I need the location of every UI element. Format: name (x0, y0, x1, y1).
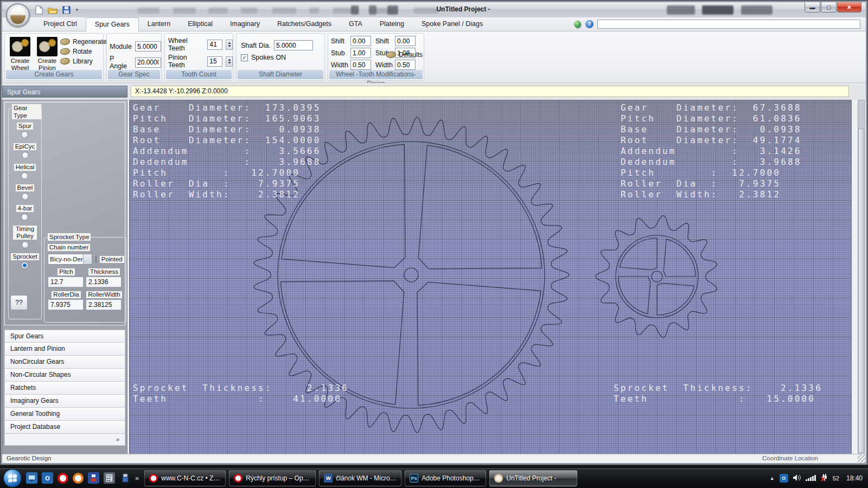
pinion-teeth-spinner[interactable] (226, 56, 233, 67)
tab-elliptical[interactable]: Elliptical (179, 17, 221, 31)
chain-number-combobox[interactable]: Bicy-no-Der (48, 254, 92, 265)
radio-icon[interactable] (22, 152, 29, 159)
tray-expand-icon[interactable]: ▲ (770, 476, 775, 481)
gear-type-option-spur[interactable]: Spur (17, 123, 33, 138)
tab-lantern[interactable]: Lantern (139, 17, 179, 31)
start-button[interactable] (3, 469, 22, 487)
group-create-gears: Create Wheel Create Pinion Regenerate Ro… (4, 33, 104, 81)
regenerate-button[interactable]: Regenerate (60, 38, 107, 46)
close-button[interactable]: ✕ (837, 2, 861, 12)
pinion-teeth-field[interactable] (207, 56, 222, 67)
web-link-icon[interactable] (573, 20, 582, 29)
calculator-icon[interactable] (104, 472, 115, 484)
nav-overflow-chevron[interactable]: » (4, 434, 125, 446)
radio-icon[interactable] (22, 241, 29, 248)
radio-icon[interactable] (22, 193, 29, 200)
tab-ratchets-gadgets[interactable]: Ratchets/Gadgets (269, 17, 340, 31)
roller-dia-field[interactable]: 7.9375 (48, 299, 84, 310)
taskbar-clock[interactable]: 18:40 (846, 474, 863, 482)
opera-icon[interactable] (58, 473, 68, 484)
usb-device-icon[interactable] (119, 472, 131, 484)
wheel-stub-field[interactable] (350, 48, 371, 58)
taskbtn-gearotic[interactable]: UnTitled Project - (489, 470, 577, 486)
radio-icon[interactable] (21, 214, 28, 221)
create-wheel-button[interactable]: Create Wheel (8, 37, 32, 72)
library-icon (60, 58, 70, 65)
gear-type-option-sprocket[interactable]: Sprocket (11, 253, 39, 269)
network-error-icon[interactable] (821, 474, 828, 483)
drawing-canvas[interactable]: Gear Diameter: 173.0395 Pitch Diameter: … (129, 100, 852, 455)
wheel-width-field[interactable] (350, 60, 371, 70)
nav-spur-gears[interactable]: Spur Gears (4, 330, 125, 343)
pinion-shift-field[interactable] (395, 36, 416, 46)
taskbtn-photoshop[interactable]: Adobe Photoshop C... (405, 470, 486, 486)
open-folder-icon[interactable] (47, 4, 58, 15)
save-tool-icon[interactable] (88, 472, 99, 484)
outlook-tray-icon[interactable]: O (780, 474, 788, 483)
rotate-button[interactable]: Rotate (60, 48, 107, 55)
tab-project-ctrl[interactable]: Project Ctrl (35, 17, 86, 31)
nav-imaginary-gears[interactable]: Imaginary Gears (4, 395, 125, 408)
network-signal-icon[interactable] (806, 475, 816, 481)
nav-general-toothing[interactable]: General Toothing (4, 408, 125, 421)
quick-launch-overflow-icon[interactable]: » (135, 474, 139, 482)
radio-icon[interactable] (21, 172, 28, 179)
wheel-teeth-field[interactable] (207, 40, 222, 50)
save-icon[interactable] (61, 4, 72, 15)
nav-non-circular-shapes[interactable]: Non-Circular Shapes (4, 369, 125, 382)
tab-gta[interactable]: GTA (340, 17, 371, 31)
radio-selected-icon[interactable] (21, 262, 28, 269)
library-button[interactable]: Library (60, 57, 107, 65)
new-file-icon[interactable] (34, 4, 44, 15)
create-pinion-button[interactable]: Create Pinion (35, 37, 59, 72)
help-??-button[interactable]: ?? (10, 295, 28, 310)
radio-icon[interactable] (21, 131, 28, 138)
module-field[interactable] (135, 41, 161, 52)
qat-dropdown-icon[interactable]: ▾ (74, 4, 80, 15)
minimize-button[interactable]: ▬ (805, 2, 820, 12)
nav-noncircular-gears[interactable]: NonCircular Gears (4, 356, 125, 369)
shaft-dia-field[interactable] (274, 40, 313, 50)
pitch-field[interactable]: 12.7 (48, 277, 84, 287)
gear-type-option-4bar[interactable]: 4-bar (16, 205, 34, 221)
show-desktop-icon[interactable] (26, 472, 37, 484)
spokes-on-checkbox[interactable]: ✓ (241, 54, 248, 61)
cpu-temp-readout[interactable]: 52 (833, 475, 839, 481)
defaults-button[interactable]: Defaults (386, 51, 423, 59)
tab-spur-gears[interactable]: Spur Gears (86, 17, 139, 31)
scrollbar-thumb[interactable] (858, 129, 864, 453)
thickness-field[interactable]: 2.1336 (86, 277, 122, 287)
p-angle-field[interactable] (135, 57, 161, 68)
taskbtn-opera-speeddial[interactable]: Rýchly prístup – Opera (229, 470, 316, 486)
tab-spoke-panel-diags[interactable]: Spoke Panel / Diags (413, 17, 492, 31)
wheel-stats-text: Gear Diameter: 173.0395 Pitch Diameter: … (133, 102, 321, 200)
group-caption: Create Gears (6, 70, 102, 79)
pinion-teeth-label: Pinion Teeth (168, 54, 204, 69)
gear-type-option-epicyc[interactable]: EpiCyc (14, 143, 36, 159)
pinion-width-field[interactable] (395, 60, 416, 70)
combo-arrow-icon[interactable] (83, 254, 92, 264)
taskbtn-word-doc[interactable]: článok WM - Micros... (319, 470, 401, 486)
taskbtn-cnc-web[interactable]: www.C-N-C.cz • Zob... (144, 470, 226, 486)
wheel-teeth-spinner[interactable] (226, 40, 233, 50)
tab-plateing[interactable]: Plateing (371, 17, 413, 31)
roller-width-field[interactable]: 2.38125 (86, 299, 122, 310)
outlook-icon[interactable]: O (42, 472, 53, 484)
orange-app-icon[interactable] (73, 473, 84, 484)
maximize-button[interactable]: ▢ (821, 2, 837, 12)
nav-lantern-and-pinion[interactable]: Lantern and Pinion (4, 343, 125, 356)
nav-ratchets[interactable]: Ratchets (4, 382, 125, 395)
canvas-vertical-scrollbar[interactable] (858, 100, 865, 455)
gear-type-option-timing-pulley[interactable]: Timing Pulley (13, 226, 37, 248)
gear-type-option-bevel[interactable]: Bevel (16, 184, 35, 200)
gear-type-option-helical[interactable]: Helical (14, 164, 36, 179)
app-menu-orb[interactable] (6, 3, 30, 27)
wheel-shift-field[interactable] (350, 36, 371, 46)
nav-project-database[interactable]: Project Database (4, 421, 125, 434)
tab-imaginary[interactable]: Imaginary (221, 17, 269, 31)
pointed-checkbox[interactable] (95, 256, 97, 263)
resize-grip[interactable] (858, 455, 866, 463)
help-icon[interactable]: ? (585, 20, 593, 28)
ribbon-search-input[interactable] (597, 20, 860, 29)
volume-icon[interactable] (793, 474, 801, 482)
